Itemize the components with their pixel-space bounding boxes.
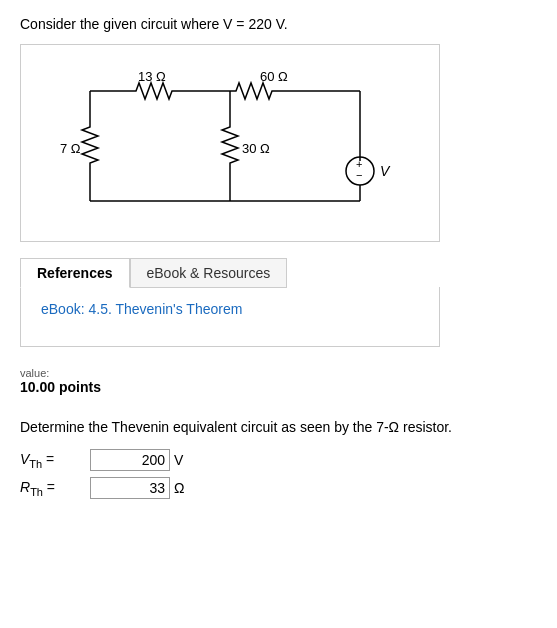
problem-text: Determine the Thevenin equivalent circui… bbox=[20, 419, 537, 435]
value-section: value: 10.00 points bbox=[20, 367, 537, 395]
rth-input[interactable] bbox=[90, 477, 170, 499]
tab-references[interactable]: References bbox=[20, 258, 130, 288]
rth-unit: Ω bbox=[174, 480, 184, 496]
value-points: 10.00 points bbox=[20, 379, 537, 395]
ebook-link[interactable]: eBook: 4.5. Thevenin's Theorem bbox=[41, 301, 242, 317]
circuit-svg: 13 Ω 60 Ω + − V 7 Ω 30 Ω bbox=[50, 61, 410, 221]
tabs-bar: References eBook & Resources bbox=[20, 258, 537, 288]
circuit-diagram: 13 Ω 60 Ω + − V 7 Ω 30 Ω bbox=[20, 44, 440, 242]
vth-input[interactable] bbox=[90, 449, 170, 471]
r3-symbol bbox=[82, 121, 98, 169]
r2-label: 60 Ω bbox=[260, 69, 288, 84]
r1-symbol bbox=[130, 83, 178, 99]
rth-label: RTh = bbox=[20, 479, 90, 498]
r4-label: 30 Ω bbox=[242, 141, 270, 156]
v-label: V bbox=[380, 163, 391, 179]
intro-text: Consider the given circuit where V = 220… bbox=[20, 16, 537, 32]
rth-row: RTh = Ω bbox=[20, 477, 537, 499]
r2-symbol bbox=[230, 83, 278, 99]
r1-label: 13 Ω bbox=[138, 69, 166, 84]
svg-text:−: − bbox=[356, 169, 362, 181]
r3-label: 7 Ω bbox=[60, 141, 81, 156]
tab-ebook[interactable]: eBook & Resources bbox=[130, 258, 288, 288]
value-label: value: bbox=[20, 367, 537, 379]
vth-row: VTh = V bbox=[20, 449, 537, 471]
vth-unit: V bbox=[174, 452, 183, 468]
r4-symbol bbox=[222, 121, 238, 169]
tab-references-content: eBook: 4.5. Thevenin's Theorem bbox=[20, 287, 440, 347]
vth-label: VTh = bbox=[20, 451, 90, 470]
